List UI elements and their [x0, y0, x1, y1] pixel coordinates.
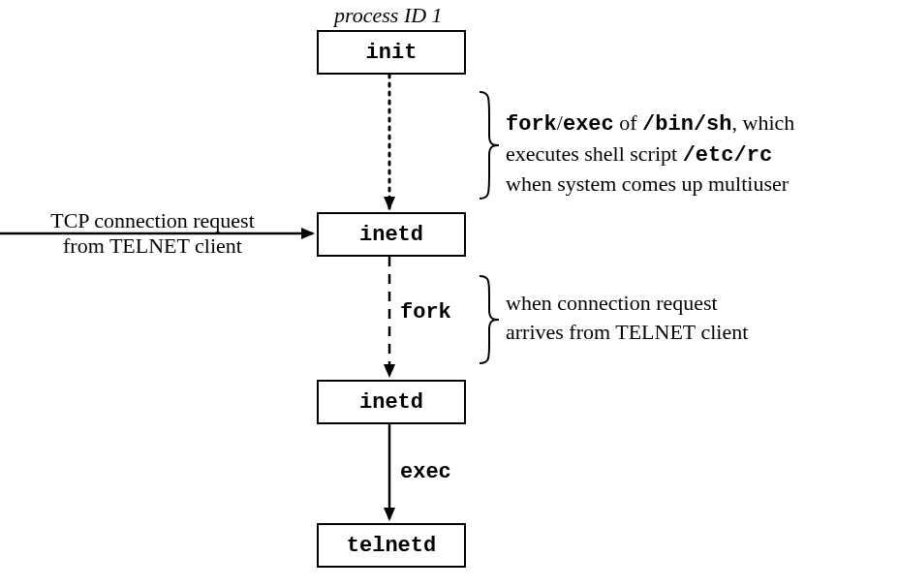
- brace-icon-1: [480, 92, 499, 199]
- brace-icon-2: [480, 276, 499, 363]
- diagram-svg: [0, 0, 898, 588]
